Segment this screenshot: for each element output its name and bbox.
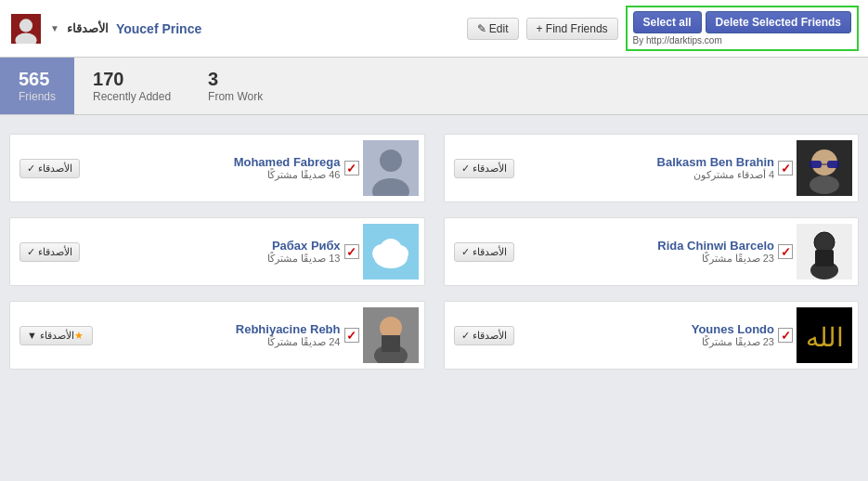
friend-info: Balkasm Ben Brahin4 أصدقاء مشتركون (514, 155, 778, 181)
friend-info: Рабах Рибх13 صديقًا مشتركًا (80, 239, 343, 265)
friend-info: Rida Chinwi Barcelo23 صديقًا مشتركًا (514, 239, 778, 265)
recently-added-label: Recently Added (93, 90, 171, 103)
stat-recently-added[interactable]: 170 Recently Added (74, 58, 189, 114)
recently-added-count: 170 (93, 69, 171, 90)
friend-mutual: 23 صديقًا مشتركًا (514, 253, 774, 265)
friend-info: Younes Londo23 صديقًا مشتركًا (514, 322, 778, 348)
header: ▼ الأصدقاء Youcef Prince ✎ Edit + Find F… (0, 0, 868, 58)
friend-name[interactable]: Younes Londo (514, 322, 774, 336)
friends-label: الأصدقاء (67, 21, 109, 35)
friend-mutual: 24 صديقًا مشتركًا (93, 336, 341, 348)
friend-photo: الله (797, 307, 852, 363)
friend-name[interactable]: Balkasm Ben Brahin (514, 155, 774, 169)
edit-button[interactable]: ✎ Edit (467, 18, 519, 40)
svg-rect-24 (382, 335, 400, 352)
stat-from-work[interactable]: 3 From Work (189, 58, 281, 114)
svg-point-18 (814, 232, 835, 253)
friend-mutual: 23 صديقًا مشتركًا (514, 336, 774, 348)
from-work-label: From Work (208, 90, 263, 103)
friend-checkbox[interactable] (344, 328, 359, 343)
action-box: Select all Delete Selected Friends By ht… (626, 6, 859, 51)
friend-photo (363, 224, 419, 280)
svg-rect-8 (810, 161, 822, 168)
dropdown-arrow[interactable]: ▼ (50, 23, 59, 33)
friend-action-button[interactable]: الأصدقاء ✓ (19, 159, 80, 178)
friend-card: الأصدقاء ✓Rida Chinwi Barcelo23 صديقًا م… (444, 217, 860, 286)
avatar (9, 12, 43, 46)
action-buttons-row: Select all Delete Selected Friends (633, 11, 851, 33)
friend-action-button[interactable]: ★الأصدقاء ▼ (19, 326, 93, 345)
friend-photo (363, 140, 419, 196)
friend-mutual: 46 صديقًا مشتركًا (80, 169, 340, 181)
friends-grid: الأصدقاء ✓Mohamed Fabrega46 صديقًا مشترك… (9, 134, 859, 370)
svg-point-16 (392, 245, 408, 262)
user-name: Youcef Prince (116, 21, 201, 36)
svg-text:الله: الله (806, 323, 844, 352)
friend-name[interactable]: Mohamed Fabrega (80, 155, 340, 169)
friends-count: 565 (19, 69, 56, 90)
friend-photo (797, 140, 852, 196)
friends-section: الأصدقاء ✓Mohamed Fabrega46 صديقًا مشترك… (0, 115, 868, 388)
friend-photo (363, 307, 419, 363)
friends-label-stat: Friends (19, 90, 56, 103)
friend-info: Mohamed Fabrega46 صديقًا مشتركًا (80, 155, 343, 181)
friend-checkbox[interactable] (778, 244, 793, 259)
friend-mutual: 13 صديقًا مشتركًا (80, 253, 340, 265)
friend-checkbox[interactable] (344, 161, 359, 176)
svg-rect-20 (815, 250, 834, 266)
friend-card: الأصدقاء ✓Рабах Рибх13 صديقًا مشتركًا (9, 217, 425, 286)
svg-point-1 (19, 19, 32, 32)
friend-name[interactable]: Рабах Рибх (80, 239, 340, 253)
friend-card: الأصدقاء ✓Mohamed Fabrega46 صديقًا مشترك… (9, 134, 425, 202)
find-friends-button[interactable]: + Find Friends (526, 18, 618, 40)
friend-checkbox[interactable] (344, 244, 359, 259)
friend-name[interactable]: Rida Chinwi Barcelo (514, 239, 774, 253)
friend-photo (797, 224, 852, 280)
friend-checkbox[interactable] (778, 328, 793, 343)
friend-action-button[interactable]: الأصدقاء ✓ (454, 326, 514, 345)
svg-rect-9 (827, 161, 839, 168)
friend-card: الأصدقاء ✓Younes Londo23 صديقًا مشتركًا … (444, 301, 860, 370)
stat-friends[interactable]: 565 Friends (0, 58, 74, 114)
from-work-count: 3 (208, 69, 263, 90)
friend-action-button[interactable]: الأصدقاء ✓ (454, 242, 514, 262)
stats-bar: 565 Friends 170 Recently Added 3 From Wo… (0, 58, 868, 115)
select-all-button[interactable]: Select all (633, 11, 702, 33)
friend-card: ★الأصدقاء ▼Rebhiyacine Rebh24 صديقًا مشت… (9, 301, 425, 370)
friend-name[interactable]: Rebhiyacine Rebh (93, 322, 341, 336)
friend-checkbox[interactable] (778, 161, 793, 176)
friend-action-button[interactable]: الأصدقاء ✓ (454, 159, 514, 178)
credit-text: By http://darktips.com (633, 35, 722, 46)
svg-point-11 (810, 176, 839, 194)
svg-point-4 (380, 150, 402, 172)
delete-selected-button[interactable]: Delete Selected Friends (706, 11, 851, 33)
friend-card: الأصدقاء ✓Balkasm Ben Brahin4 أصدقاء مشت… (444, 134, 860, 202)
friend-action-button[interactable]: الأصدقاء ✓ (19, 242, 80, 262)
friend-info: Rebhiyacine Rebh24 صديقًا مشتركًا (93, 322, 344, 348)
friend-mutual: 4 أصدقاء مشتركون (514, 169, 774, 181)
